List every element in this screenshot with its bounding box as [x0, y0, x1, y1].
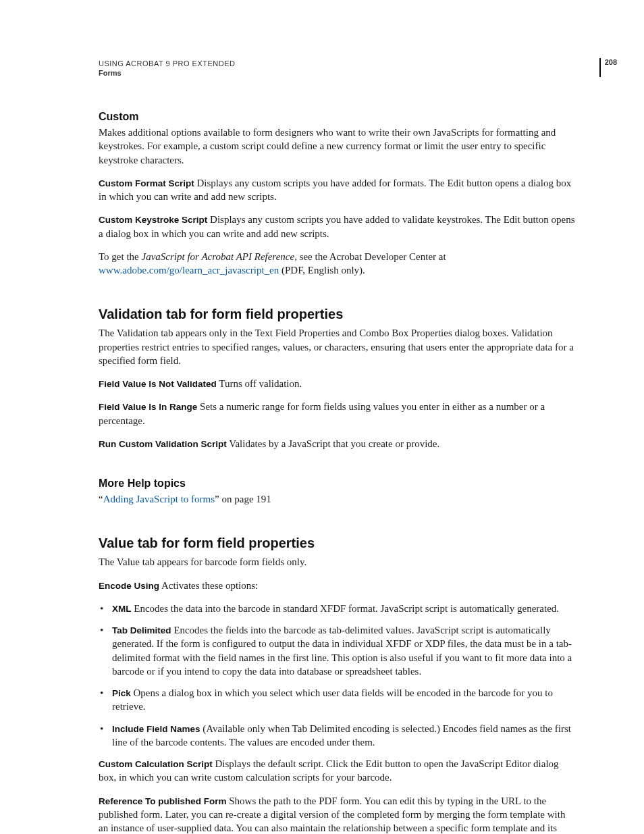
- term-in-range: Field Value Is In Range: [99, 402, 197, 412]
- api-mid: , see the Acrobat Developer Center at: [294, 251, 446, 262]
- term-custom-format-script: Custom Format Script: [99, 178, 194, 188]
- api-post: (PDF, English only).: [279, 265, 365, 276]
- heading-custom: Custom: [99, 111, 576, 123]
- heading-validation: Validation tab for form field properties: [99, 307, 576, 322]
- term-xml: XML: [112, 604, 132, 614]
- term-pick: Pick: [112, 688, 131, 698]
- header-title: USING ACROBAT 9 PRO EXTENDED: [99, 59, 576, 68]
- body-xml: Encodes the data into the barcode in sta…: [132, 603, 560, 614]
- quote-open: “: [99, 494, 103, 504]
- header-section: Forms: [99, 69, 576, 77]
- custom-keystroke-script: Custom Keystroke Script Displays any cus…: [99, 213, 576, 240]
- term-run-custom: Run Custom Validation Script: [99, 439, 227, 449]
- bullet-icon: •: [99, 602, 112, 615]
- term-tab-delimited: Tab Delimited: [112, 625, 171, 635]
- validation-intro: The Validation tab appears only in the T…: [99, 326, 576, 367]
- page-header: USING ACROBAT 9 PRO EXTENDED Forms 208: [99, 59, 576, 77]
- bullet-tab-delimited: • Tab Delimited Encodes the fields into …: [99, 623, 576, 678]
- term-encode-using: Encode Using: [99, 581, 159, 591]
- field-in-range: Field Value Is In Range Sets a numeric r…: [99, 400, 576, 427]
- api-reference-line: To get the JavaScript for Acrobat API Re…: [99, 250, 576, 278]
- term-custom-calculation: Custom Calculation Script: [99, 759, 213, 769]
- term-reference-published: Reference To published Form: [99, 796, 227, 806]
- bullet-xml: • XML Encodes the data into the barcode …: [99, 602, 576, 615]
- body-encode-using: Activates these options:: [159, 580, 258, 591]
- bullet-icon: •: [99, 686, 112, 714]
- custom-calculation-script: Custom Calculation Script Displays the d…: [99, 757, 576, 785]
- run-custom-validation: Run Custom Validation Script Validates b…: [99, 437, 576, 450]
- document-page: USING ACROBAT 9 PRO EXTENDED Forms 208 C…: [0, 0, 644, 834]
- body-tab-delimited: Encodes the fields into the barcode as t…: [112, 625, 572, 677]
- heading-more-help: More Help topics: [99, 477, 576, 490]
- custom-intro: Makes additional options available to fo…: [99, 126, 576, 167]
- bullet-include-field-names: • Include Field Names (Available only wh…: [99, 722, 576, 750]
- page-number: 208: [599, 58, 617, 77]
- quote-close: ” on page 191: [215, 494, 271, 504]
- body-run-custom: Validates by a JavaScript that you creat…: [227, 438, 439, 449]
- reference-published-form: Reference To published Form Shows the pa…: [99, 794, 576, 835]
- api-italic: JavaScript for Acrobat API Reference: [142, 251, 295, 262]
- bullet-icon: •: [99, 722, 112, 750]
- field-not-validated: Field Value Is Not Validated Turns off v…: [99, 377, 576, 390]
- api-pre: To get the: [99, 251, 142, 262]
- body-pick: Opens a dialog box in which you select w…: [112, 687, 553, 712]
- api-link[interactable]: www.adobe.com/go/learn_acr_javascript_en: [99, 265, 279, 276]
- bullet-pick: • Pick Opens a dialog box in which you s…: [99, 686, 576, 714]
- bullet-icon: •: [99, 623, 112, 678]
- link-adding-javascript[interactable]: Adding JavaScript to forms: [103, 494, 215, 504]
- body-not-validated: Turns off validation.: [217, 378, 302, 389]
- term-custom-keystroke-script: Custom Keystroke Script: [99, 215, 207, 225]
- encode-using: Encode Using Activates these options:: [99, 579, 576, 592]
- term-not-validated: Field Value Is Not Validated: [99, 379, 217, 389]
- heading-value: Value tab for form field properties: [99, 536, 576, 551]
- term-include-field-names: Include Field Names: [112, 724, 200, 734]
- more-help-line: “Adding JavaScript to forms” on page 191: [99, 492, 576, 506]
- custom-format-script: Custom Format Script Displays any custom…: [99, 176, 576, 204]
- value-intro: The Value tab appears for barcode form f…: [99, 555, 576, 569]
